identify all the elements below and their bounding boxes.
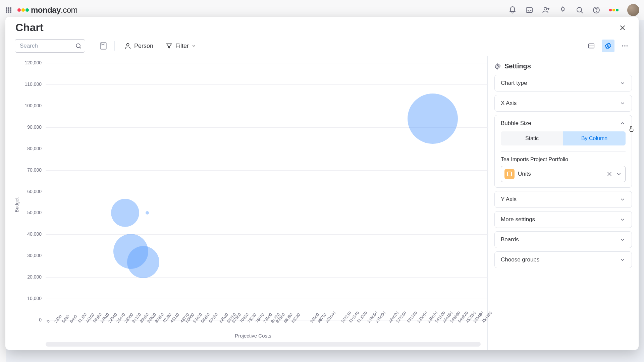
invite-icon[interactable] [542, 6, 550, 14]
help-icon[interactable] [592, 6, 600, 14]
bubble-point[interactable] [146, 211, 149, 215]
chevron-down-icon [620, 196, 626, 202]
gear-icon [604, 42, 612, 50]
acc-label: More settings [501, 216, 535, 223]
svg-point-13 [497, 65, 499, 67]
seg-by-column[interactable]: By Column [563, 131, 626, 145]
x-axis-label: Projective Costs [22, 330, 484, 340]
chart-modal: Chart Person Filter [5, 17, 639, 350]
svg-point-2 [577, 7, 582, 12]
svg-point-1 [544, 7, 547, 10]
acc-choose-groups[interactable]: Choose groups [494, 251, 632, 268]
save-view-icon[interactable] [99, 42, 108, 50]
inbox-icon[interactable] [525, 6, 533, 14]
acc-label: Chart type [501, 80, 527, 86]
svg-point-12 [627, 45, 628, 47]
more-button[interactable] [619, 40, 631, 52]
more-icon [621, 42, 629, 50]
acc-x-axis[interactable]: X Axis [494, 95, 632, 112]
bubble-size-mode: Static By Column [501, 131, 626, 145]
close-icon [619, 24, 626, 32]
brand-suffix: .com [61, 5, 77, 14]
settings-title: Settings [504, 62, 531, 70]
chevron-down-icon [620, 217, 626, 223]
search-input[interactable] [15, 39, 85, 53]
clear-icon[interactable] [606, 171, 612, 177]
filter-button[interactable]: Filter [163, 40, 199, 52]
brand-mini-icon [609, 9, 619, 11]
bell-icon[interactable] [508, 6, 517, 14]
avatar[interactable] [627, 4, 639, 16]
chevron-up-icon [620, 120, 626, 126]
seg-static[interactable]: Static [501, 131, 563, 145]
search-wrap [15, 39, 85, 53]
svg-point-4 [596, 11, 597, 12]
split-view-button[interactable] [585, 40, 598, 52]
divider [92, 41, 92, 51]
acc-label: X Axis [501, 100, 517, 107]
close-button[interactable] [616, 22, 629, 34]
chart-plot[interactable]: 010,00020,00030,00040,00050,00060,00070,… [22, 63, 484, 330]
acc-bubble-size: Bubble Size Static By Column Tea Imports… [494, 115, 632, 188]
chevron-down-icon [620, 257, 626, 263]
divider [114, 41, 115, 51]
svg-point-9 [607, 45, 609, 47]
bubble-column-select[interactable]: Units [501, 166, 626, 182]
svg-rect-6 [100, 43, 106, 49]
search-icon [75, 43, 82, 49]
brand-logo: monday.com [17, 5, 77, 15]
horizontal-scrollbar[interactable] [46, 342, 481, 347]
svg-point-7 [126, 44, 129, 46]
acc-more-settings[interactable]: More settings [494, 211, 632, 228]
gear-icon [494, 63, 501, 70]
chevron-down-icon [192, 44, 196, 48]
svg-point-10 [622, 45, 624, 47]
person-icon [124, 42, 131, 50]
acc-boards[interactable]: Boards [494, 231, 632, 248]
search-icon[interactable] [576, 6, 584, 14]
person-label: Person [134, 43, 153, 50]
board-name-label: Tea Imports Project Portfolio [501, 157, 626, 163]
selected-column: Units [518, 171, 603, 177]
toolbar: Person Filter [5, 36, 639, 56]
split-icon [588, 42, 595, 50]
svg-point-5 [76, 44, 80, 48]
modal-title: Chart [15, 21, 44, 34]
apps-icon[interactable] [559, 6, 567, 14]
chevron-down-icon[interactable] [616, 171, 622, 177]
acc-chart-type[interactable]: Chart type [494, 75, 632, 92]
column-type-icon [504, 169, 515, 179]
acc-y-axis[interactable]: Y Axis [494, 191, 632, 208]
chevron-down-icon [620, 80, 626, 86]
acc-label: Bubble Size [501, 120, 531, 127]
apps-grid-icon[interactable] [5, 6, 13, 14]
chart-area: Budget 010,00020,00030,00040,00050,00060… [5, 56, 488, 350]
bubble-point[interactable] [408, 94, 458, 144]
y-axis-label: Budget [14, 197, 19, 212]
filter-icon [165, 42, 173, 50]
settings-panel: Settings Chart type X Axis Bubble Size [488, 56, 639, 350]
svg-point-11 [624, 45, 626, 47]
acc-label: Y Axis [501, 196, 517, 203]
chevron-down-icon [620, 237, 626, 243]
chevron-down-icon [620, 100, 626, 106]
acc-label: Choose groups [501, 256, 539, 263]
acc-bubble-head[interactable]: Bubble Size [495, 115, 632, 131]
bubble-point[interactable] [111, 199, 139, 227]
filter-label: Filter [175, 43, 189, 50]
acc-label: Boards [501, 236, 519, 243]
brand-name: monday [31, 5, 61, 14]
bubble-point[interactable] [127, 246, 159, 278]
settings-toggle-button[interactable] [602, 40, 614, 52]
person-filter[interactable]: Person [121, 40, 156, 52]
